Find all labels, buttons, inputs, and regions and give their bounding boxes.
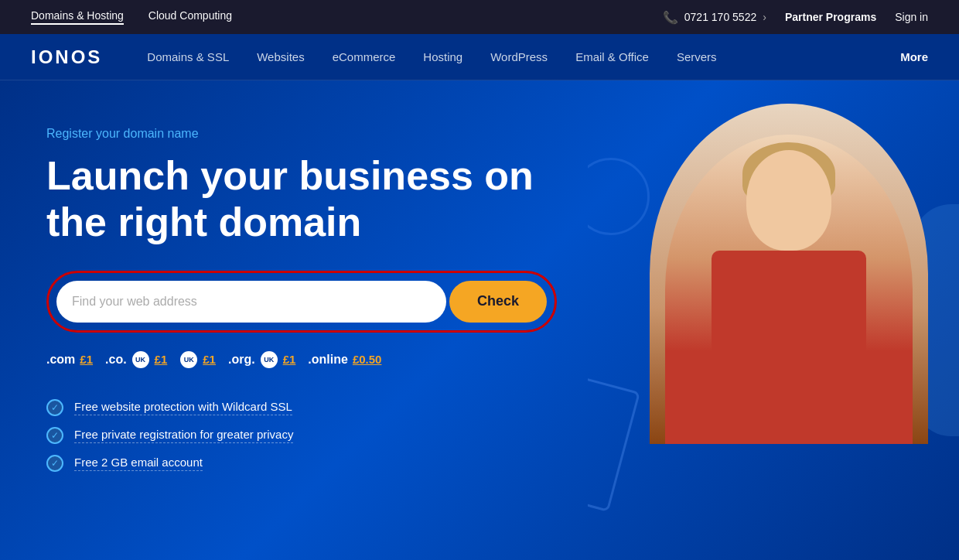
domain-couk-price: £1 — [155, 353, 168, 366]
domain-prices: .com £1 .co.UK £1 UK £1 .org.UK £1 .onli… — [46, 351, 557, 368]
top-bar: Domains & Hosting Cloud Computing 📞 0721… — [0, 0, 959, 34]
top-bar-right: 📞 0721 170 5522 › Partner Programs Sign … — [663, 10, 928, 25]
domain-online-price: £0.50 — [353, 353, 382, 366]
domain-search-input[interactable] — [56, 281, 446, 323]
logo-text: IONOS — [31, 46, 102, 68]
check-icon-ssl: ✓ — [46, 399, 63, 416]
search-wrapper: Check — [46, 271, 557, 333]
check-icon-privacy: ✓ — [46, 427, 63, 444]
domain-couk: .co.UK £1 — [105, 351, 167, 368]
person-body — [712, 251, 866, 444]
top-nav: Domains & Hosting Cloud Computing — [31, 9, 232, 25]
phone-number: 0721 170 5522 — [684, 11, 756, 23]
top-nav-cloud[interactable]: Cloud Computing — [148, 9, 232, 25]
partner-programs-link[interactable]: Partner Programs — [785, 11, 876, 23]
domain-orguk-badge: UK — [261, 351, 278, 368]
feature-email-text: Free 2 GB email account — [74, 456, 203, 471]
domain-orguk-price: £1 — [283, 353, 296, 366]
domain-com-price: £1 — [80, 353, 93, 366]
domain-com-ext: .com — [46, 353, 75, 367]
person-head — [746, 150, 831, 251]
domain-online-ext: .online — [308, 353, 348, 367]
deco-shape-1 — [588, 360, 640, 512]
deco-shape-2 — [588, 158, 650, 235]
nav-links: Domains & SSL Websites eCommerce Hosting… — [133, 34, 900, 80]
hero-image — [588, 80, 959, 560]
nav-servers[interactable]: Servers — [663, 34, 731, 80]
phone-chevron[interactable]: › — [763, 11, 766, 23]
feature-privacy-text: Free private registration for greater pr… — [74, 428, 293, 443]
person-silhouette — [665, 135, 913, 444]
domain-online: .online £0.50 — [308, 353, 381, 367]
top-nav-domains[interactable]: Domains & Hosting — [31, 9, 124, 25]
check-button[interactable]: Check — [449, 281, 547, 323]
nav-hosting[interactable]: Hosting — [409, 34, 476, 80]
phone-wrapper: 📞 0721 170 5522 › — [663, 10, 766, 25]
domain-uk: UK £1 — [179, 351, 216, 368]
domain-couk-ext: .co. — [105, 353, 127, 367]
hero-title: Launch your business on the right domain — [46, 153, 541, 246]
main-nav: IONOS Domains & SSL Websites eCommerce H… — [0, 34, 959, 80]
nav-wordpress[interactable]: WordPress — [476, 34, 561, 80]
nav-email-office[interactable]: Email & Office — [561, 34, 663, 80]
feature-ssl-text: Free website protection with Wildcard SS… — [74, 400, 292, 415]
logo[interactable]: IONOS — [31, 46, 102, 68]
domain-uk-price: £1 — [203, 353, 216, 366]
domain-com: .com £1 — [46, 353, 93, 367]
phone-icon: 📞 — [663, 10, 678, 25]
domain-orguk: .org.UK £1 — [228, 351, 295, 368]
check-icon-email: ✓ — [46, 455, 63, 472]
hero-person-image — [650, 104, 928, 444]
nav-websites[interactable]: Websites — [243, 34, 318, 80]
nav-ecommerce[interactable]: eCommerce — [319, 34, 410, 80]
domain-couk-badge: UK — [132, 351, 149, 368]
hero-section: Register your domain name Launch your bu… — [0, 80, 959, 560]
nav-more[interactable]: More — [900, 50, 928, 63]
domain-uk-badge: UK — [180, 351, 197, 368]
domain-orguk-ext: .org. — [228, 353, 255, 367]
sign-in-link[interactable]: Sign in — [895, 11, 928, 23]
nav-domains-ssl[interactable]: Domains & SSL — [133, 34, 243, 80]
